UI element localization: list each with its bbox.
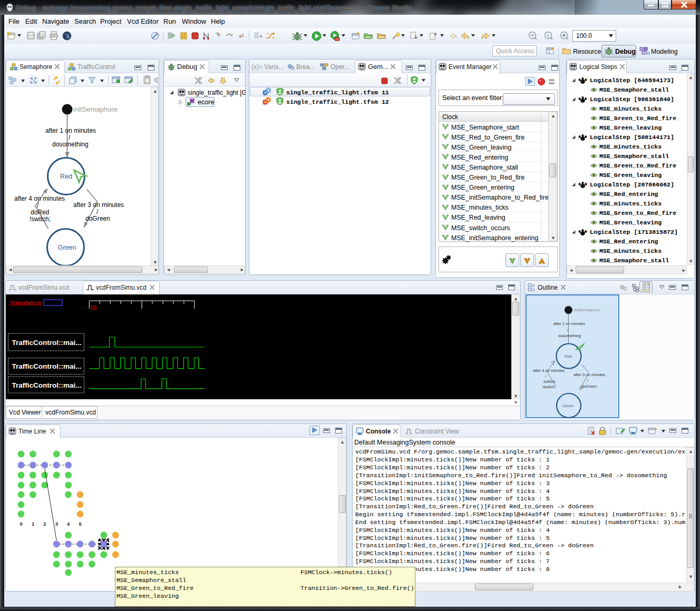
svg-text:/: / [545, 374, 547, 379]
svg-text:0: 0 [20, 521, 23, 527]
svg-text:Red: Red [565, 354, 572, 359]
svg-text:after 3 on minutes: after 3 on minutes [573, 372, 605, 377]
svg-text:M: M [646, 51, 649, 56]
svg-text:TrafficControl::mai...: TrafficControl::mai... [12, 362, 82, 370]
svg-text:3: 3 [55, 521, 58, 527]
svg-text:after 1 on minutes: after 1 on minutes [553, 321, 585, 326]
svg-text:TrafficControl::mai...: TrafficControl::mai... [12, 339, 82, 347]
svg-text:doGreen: doGreen [581, 384, 597, 389]
svg-text:4: 4 [67, 521, 70, 527]
svg-text:Simulation: Simulation [9, 299, 42, 307]
svg-text:TrafficControl::mai...: TrafficControl::mai... [12, 381, 82, 389]
svg-text:after 4 on minutes: after 4 on minutes [533, 368, 565, 373]
svg-text:initSemaphore: initSemaphore [574, 308, 599, 312]
svg-text:!switch;: !switch; [542, 385, 556, 389]
svg-text:1: 1 [547, 33, 550, 38]
svg-text:5: 5 [79, 521, 82, 527]
svg-text:doRed: doRed [543, 379, 555, 384]
svg-text:Green: Green [562, 403, 573, 408]
svg-text:2: 2 [43, 521, 46, 527]
svg-text:/: / [587, 378, 589, 383]
svg-text:1: 1 [32, 521, 35, 527]
svg-text:dosomething: dosomething [558, 333, 581, 338]
svg-text:10: 10 [90, 304, 96, 311]
